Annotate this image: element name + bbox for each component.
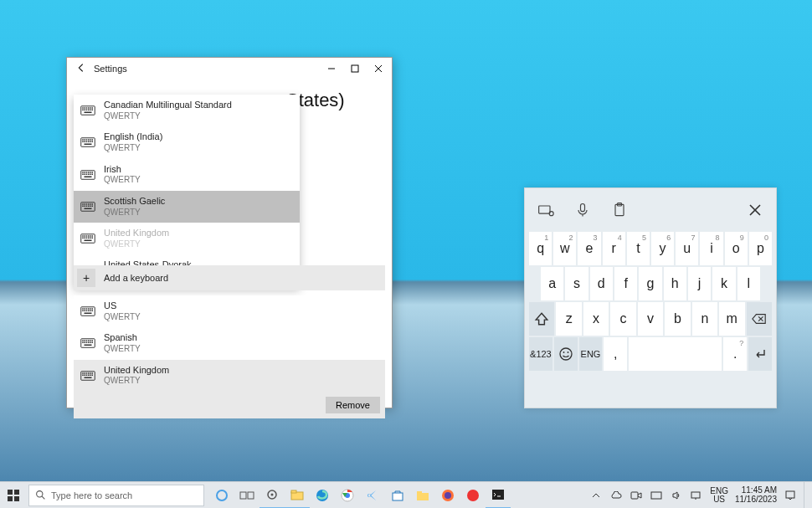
keyboard-option[interactable]: Scottish GaelicQWERTY	[74, 191, 300, 223]
key-secondary: 8	[716, 233, 720, 242]
key-w[interactable]: 2w	[553, 232, 576, 265]
key-symbols[interactable]: &123	[529, 337, 552, 371]
volume-icon[interactable]	[670, 489, 683, 502]
key-f[interactable]: f	[614, 267, 637, 300]
key-enter[interactable]	[748, 337, 772, 371]
start-button[interactable]	[0, 482, 27, 509]
key-period[interactable]: ?.	[723, 337, 747, 371]
svg-point-156	[445, 492, 451, 499]
notifications-icon[interactable]	[784, 489, 797, 502]
remove-button[interactable]: Remove	[326, 397, 380, 413]
svg-rect-1	[352, 65, 358, 72]
settings-taskbar-icon[interactable]	[260, 482, 285, 509]
key-label: .	[733, 346, 737, 362]
key-v[interactable]: v	[638, 302, 663, 336]
chrome-taskbar-icon[interactable]	[335, 482, 360, 509]
maximize-button[interactable]	[343, 59, 367, 78]
key-i[interactable]: 8i	[700, 232, 722, 265]
key-t[interactable]: 5t	[627, 232, 650, 265]
search-placeholder: Type here to search	[51, 490, 132, 500]
key-shift[interactable]	[529, 302, 554, 336]
svg-rect-118	[88, 372, 90, 374]
svg-rect-130	[581, 204, 585, 212]
mic-icon[interactable]	[573, 201, 592, 219]
key-y[interactable]: 6y	[651, 232, 674, 265]
svg-rect-36	[92, 172, 94, 173]
explorer-taskbar-icon[interactable]	[285, 482, 310, 509]
key-s[interactable]: s	[565, 267, 588, 300]
key-p[interactable]: 0p	[749, 232, 772, 265]
key-secondary: ?	[739, 339, 743, 347]
onedrive-icon[interactable]	[609, 489, 623, 502]
key-l[interactable]: l	[737, 267, 760, 300]
key-c[interactable]: c	[610, 302, 635, 336]
network-icon[interactable]	[690, 489, 703, 502]
svg-rect-108	[85, 342, 86, 344]
key-z[interactable]: z	[556, 302, 581, 336]
store-taskbar-icon[interactable]	[385, 482, 410, 509]
vscode-taskbar-icon[interactable]	[360, 482, 385, 509]
tray-chevron-up-icon[interactable]	[589, 489, 603, 502]
svg-rect-89	[86, 308, 88, 310]
keyboard-type: QWERTY	[104, 175, 141, 186]
key-n[interactable]: n	[692, 302, 717, 336]
back-button[interactable]	[74, 62, 89, 75]
app-taskbar-icon[interactable]	[460, 482, 486, 509]
key-q[interactable]: 1q	[529, 232, 552, 265]
svg-rect-66	[85, 238, 86, 239]
firefox-taskbar-icon[interactable]	[435, 482, 460, 509]
key-o[interactable]: 9o	[725, 232, 748, 265]
svg-rect-4	[85, 107, 86, 109]
svg-rect-49	[90, 203, 91, 205]
installed-keyboard-item[interactable]: United KingdomQWERTY	[74, 360, 385, 392]
edge-taskbar-icon[interactable]	[310, 482, 335, 509]
installed-keyboard-item[interactable]: USQWERTY	[74, 295, 385, 327]
key-u[interactable]: 7u	[676, 232, 698, 265]
keyboard-option[interactable]: United KingdomQWERTY	[74, 223, 300, 254]
key-emoji[interactable]	[554, 337, 578, 371]
show-desktop-button[interactable]	[804, 482, 809, 509]
terminal-taskbar-icon[interactable]	[486, 482, 511, 509]
key-g[interactable]: g	[639, 267, 661, 300]
minimize-button[interactable]	[320, 59, 343, 78]
key-backspace[interactable]	[747, 302, 772, 336]
keyboard-option[interactable]: English (India)QWERTY	[74, 126, 300, 158]
svg-rect-47	[86, 203, 88, 205]
svg-rect-92	[92, 308, 94, 310]
key-comma[interactable]: ,	[604, 337, 627, 371]
key-x[interactable]: x	[583, 302, 609, 336]
keyboard-icon	[80, 337, 95, 349]
folder-taskbar-icon[interactable]	[410, 482, 435, 509]
key-h[interactable]: h	[664, 267, 686, 300]
keyboard-close-button[interactable]	[746, 201, 764, 219]
keyboard-settings-icon[interactable]	[537, 201, 555, 219]
key-b[interactable]: b	[665, 302, 690, 336]
installed-keyboard-item[interactable]: SpanishQWERTY	[74, 327, 385, 359]
keyboard-icon	[80, 169, 95, 181]
cortana-icon[interactable]	[209, 482, 234, 509]
key-space[interactable]	[629, 337, 722, 371]
clipboard-icon[interactable]	[610, 201, 629, 219]
key-a[interactable]: a	[541, 267, 563, 300]
svg-rect-107	[82, 342, 84, 344]
key-m[interactable]: m	[719, 302, 744, 336]
key-language[interactable]: ENG	[579, 337, 603, 371]
key-d[interactable]: d	[590, 267, 613, 300]
keyboard-option[interactable]: Canadian Multilingual StandardQWERTY	[74, 95, 300, 126]
key-k[interactable]: k	[712, 267, 735, 300]
key-j[interactable]: j	[688, 267, 711, 300]
taskbar-search[interactable]: Type here to search	[28, 485, 204, 506]
meet-now-icon[interactable]	[630, 489, 643, 502]
keyboard-type: QWERTY	[104, 312, 141, 323]
task-view-icon[interactable]	[234, 482, 260, 509]
clock[interactable]: 11:45 AM 11/16/2023	[735, 486, 777, 504]
key-label: d	[598, 276, 605, 291]
keyboard-tray-icon[interactable]	[650, 489, 663, 502]
keyboard-option[interactable]: IrishQWERTY	[74, 159, 300, 191]
add-keyboard-button[interactable]: + Add a keyboard	[74, 265, 385, 290]
svg-rect-144	[248, 492, 254, 499]
key-e[interactable]: 3e	[578, 232, 600, 265]
language-indicator[interactable]: ENG US	[710, 487, 728, 504]
key-r[interactable]: 4r	[603, 232, 625, 265]
close-button[interactable]	[367, 59, 390, 78]
